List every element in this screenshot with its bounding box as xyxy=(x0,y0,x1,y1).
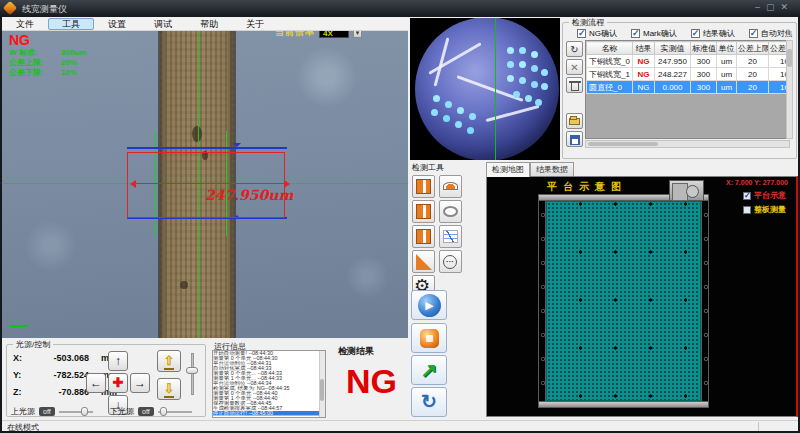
circle-tool-button[interactable] xyxy=(439,200,462,223)
linewidth-tool-button[interactable] xyxy=(412,175,435,198)
title-bar[interactable]: 线宽测量仪 –▢✕ xyxy=(0,0,800,17)
menu-debug[interactable]: 调试 xyxy=(140,18,186,30)
log-line[interactable]: 生成检测报表完成 --08:44:57 xyxy=(213,406,314,411)
scroll-thumb[interactable] xyxy=(320,379,324,401)
checkbox-autofocus[interactable]: 自动对焦 xyxy=(749,28,793,39)
table-row[interactable]: 下铜线宽_0 NG 247.950 300 um 20 10 % xyxy=(587,55,791,68)
log-line[interactable]: 测量第 1 个单元 --08:44:40 xyxy=(213,396,314,401)
linewidth3-tool-button[interactable] xyxy=(412,225,435,248)
magnification-select[interactable]: 4X xyxy=(319,31,349,38)
top-light-slider[interactable] xyxy=(59,407,93,416)
z-up-button[interactable]: ⇧ xyxy=(157,350,181,372)
checkbox-ng-confirm[interactable]: NG确认 xyxy=(577,28,617,39)
clear-button[interactable]: ✕ xyxy=(566,59,583,75)
table-vscrollbar[interactable] xyxy=(786,40,793,139)
menu-help[interactable]: 帮助 xyxy=(186,18,232,30)
top-light-toggle[interactable]: off xyxy=(39,407,55,416)
z-down-button[interactable]: ⇩ xyxy=(157,378,181,400)
save-button[interactable] xyxy=(566,131,583,147)
scroll-thumb[interactable] xyxy=(588,142,658,146)
linewidth2-tool-button[interactable] xyxy=(412,200,435,223)
col-upper[interactable]: 公差上限 xyxy=(737,42,769,55)
checkbox-result-confirm[interactable]: 结果确认 xyxy=(691,28,735,39)
log-line-selected[interactable]: 停止自动运行! --08:45:00 xyxy=(213,411,326,416)
table-hscrollbar[interactable] xyxy=(585,140,790,148)
runlog-list[interactable]: 开始自动测量! --08:44:30 测量第 0 个单元 --08:44:30 … xyxy=(212,350,326,418)
line-tool-button[interactable] xyxy=(439,225,462,248)
window-controls[interactable]: –▢✕ xyxy=(755,2,794,12)
col-result[interactable]: 结果 xyxy=(633,42,655,55)
tab-data[interactable]: 结果数据 xyxy=(530,162,574,176)
log-line[interactable]: 测量第 0 个单元 --08:44:30 xyxy=(213,356,314,361)
menu-about[interactable]: 关于 xyxy=(232,18,278,30)
start-button[interactable]: ▶ xyxy=(411,290,447,320)
window-title: 线宽测量仪 xyxy=(22,3,67,16)
checkbox-icon[interactable] xyxy=(631,29,640,38)
delete-button[interactable] xyxy=(566,77,583,93)
minimize-icon[interactable]: – xyxy=(755,2,766,12)
log-line[interactable]: 测量第 0 个单元... --08:44:33 xyxy=(213,371,314,376)
pcb-board-schematic[interactable] xyxy=(546,201,701,401)
export-button[interactable]: ↗ xyxy=(411,355,447,385)
menu-tools[interactable]: 工具 xyxy=(48,18,94,30)
menu-file[interactable]: 文件 xyxy=(2,18,48,30)
checkbox-icon[interactable] xyxy=(743,206,751,214)
checkbox-icon[interactable] xyxy=(577,29,586,38)
checkbox-icon[interactable] xyxy=(691,29,700,38)
checkbox-icon[interactable] xyxy=(749,29,758,38)
close-icon[interactable]: ✕ xyxy=(780,2,794,12)
maximize-icon[interactable]: ▢ xyxy=(766,2,781,12)
camera-view[interactable]: 247.950um NG W 标准:300um 公差上限:20% 公差下限:10… xyxy=(2,31,408,338)
jog-home-button[interactable]: ✚ xyxy=(108,373,128,393)
col-unit[interactable]: 单位 xyxy=(717,42,737,55)
z-slider-thumb[interactable] xyxy=(186,367,198,374)
app-icon xyxy=(3,1,17,15)
jog-right-button[interactable]: → xyxy=(130,373,150,393)
process-group: 检测流程 NG确认 Mark确认 结果确认 自动对焦 ↻ ✕ 名称 结果 实测值… xyxy=(562,22,797,159)
log-line[interactable]: 自动对焦完成 --08:44:33 xyxy=(213,366,314,371)
log-line[interactable]: 测量第 1 个单元... --08:44:33 xyxy=(213,376,314,381)
bottom-light-toggle[interactable]: off xyxy=(138,407,154,416)
bottom-light-slider[interactable] xyxy=(158,407,192,416)
checkbox-platform-view[interactable]: 平台示意 xyxy=(743,190,786,201)
checkbox-board-measure[interactable]: 整板测量 xyxy=(743,204,786,215)
log-line[interactable]: 平台运动到位 --08:44:31 xyxy=(213,361,314,366)
chevron-down-icon[interactable]: ▼ xyxy=(353,31,362,38)
stop-button[interactable] xyxy=(411,323,447,353)
corner-tool-button[interactable] xyxy=(412,250,435,273)
log-line[interactable]: 开始自动测量! --08:44:30 xyxy=(213,351,314,356)
mark-tool-button[interactable] xyxy=(439,175,462,198)
checkbox-mark-confirm[interactable]: Mark确认 xyxy=(631,28,677,39)
refresh-list-button[interactable]: ↻ xyxy=(566,41,583,57)
measure-roi-rect[interactable] xyxy=(127,152,285,218)
corner-icon xyxy=(416,254,432,270)
jog-up-button[interactable]: ↑ xyxy=(108,351,128,371)
reset-button[interactable]: ↻ xyxy=(411,387,447,417)
tab-map[interactable]: 检测地图 xyxy=(486,162,530,177)
runlog-scrollbar[interactable] xyxy=(319,351,325,417)
table-row-selected[interactable]: 圆直径_0 NG 0.000 300 um 20 10 % xyxy=(587,81,791,94)
measurement-table[interactable]: 名称 结果 实测值 标准值 单位 公差上限 公差下限 下铜线宽_0 NG 247… xyxy=(585,40,790,139)
measure-handle-top[interactable] xyxy=(127,147,287,149)
info-value: 10% xyxy=(61,68,77,78)
log-line[interactable]: 检测完成, 结果为: NG--08:44:35 xyxy=(213,386,314,391)
checkbox-icon[interactable] xyxy=(743,192,751,200)
scroll-thumb[interactable] xyxy=(787,49,792,67)
col-standard[interactable]: 标准值 xyxy=(691,42,717,55)
axis-label: Y: xyxy=(13,370,31,380)
platform-coords: X: 7.000 Y: 277.000 xyxy=(726,179,788,186)
col-measured[interactable]: 实测值 xyxy=(655,42,691,55)
load-button[interactable] xyxy=(566,113,583,129)
point-tool-button[interactable]: ··· xyxy=(439,250,462,273)
log-line[interactable]: 测量第 0 个单元 --08:44:40 xyxy=(213,391,314,396)
log-line[interactable]: 保存测量数据 --08:44:45 xyxy=(213,401,314,406)
microscope-preview-panel[interactable] xyxy=(410,18,560,160)
camera-head-marker xyxy=(669,180,704,201)
col-name[interactable]: 名称 xyxy=(587,42,633,55)
menu-settings[interactable]: 设置 xyxy=(94,18,140,30)
jog-left-button[interactable]: ← xyxy=(86,373,106,393)
z-slider[interactable] xyxy=(191,353,194,395)
table-row[interactable]: 下铜线宽_1 NG 248.227 300 um 20 10 % xyxy=(587,68,791,81)
log-line[interactable]: 平台运动到位 --08:44:34 xyxy=(213,381,314,386)
platform-map-panel[interactable]: 平台示意图 X: 7.000 Y: 277.000 平台示意 整板测量 xyxy=(486,176,798,417)
